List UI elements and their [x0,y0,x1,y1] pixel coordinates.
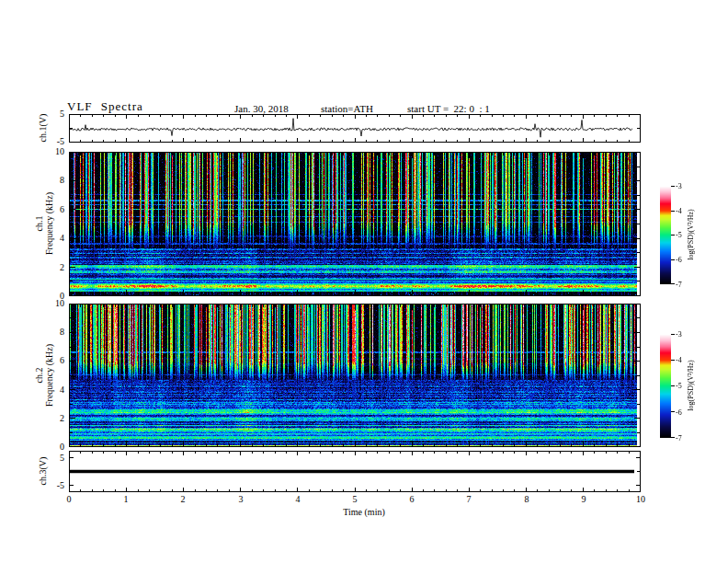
ch3-waveform-canvas [69,451,641,492]
ch2-spectrogram-canvas [69,304,641,447]
spec1-ytick: 8 [45,175,64,186]
colorbar-tick-label: -6 [676,256,682,264]
figure-station: station=ATH [321,103,373,114]
ch3-wave-ytick-min: -5 [51,480,64,491]
x-tick-label: 2 [174,494,192,505]
ch1-spec-ylabel-channel: ch.1 [34,192,44,255]
figure-title: VLF Spectra [67,101,143,112]
x-axis-title: Time (min) [309,507,419,517]
x-tick-label: 6 [403,494,421,505]
spec2-ytick: 2 [45,413,64,424]
ch1-spec-ylabel-axis: Frequency (kHz) [44,192,54,255]
colorbar-tick-label: -7 [676,281,682,289]
colorbar-tick-label: -3 [676,330,682,339]
ch1-spectrogram-canvas [69,152,641,296]
ch3-wave-ytick-max: 5 [51,453,64,464]
colorbar-tick-label: -3 [676,182,682,190]
ch2-spec-ylabel-axis: Frequency (kHz) [44,344,54,407]
ch2-spec-ylabel-channel: ch.2 [34,344,44,407]
colorbar-tick-label: -4 [676,356,682,364]
x-tick-label: 7 [460,494,478,505]
x-tick-label: 4 [289,494,307,505]
x-tick-label: 1 [117,494,135,505]
vlf-spectra-figure: VLF Spectra Jan. 30, 2018 station=ATH st… [0,0,728,563]
colorbar-tick-label: -7 [676,434,682,442]
spec1-ytick: 10 [45,146,64,157]
spec1-ytick: 2 [45,262,64,273]
spec2-ytick: 0 [45,442,64,453]
x-tick-label: 9 [574,494,593,505]
colorbar-tick-label: -5 [676,382,682,390]
ch1-waveform-canvas [69,114,641,143]
colorbar-tick-label: -4 [676,207,682,215]
ch1-wave-ytick-max: 5 [51,109,64,120]
colorbar-tick-label: -6 [676,408,682,417]
spec2-ytick: 8 [45,327,64,338]
x-tick-label: 8 [518,494,536,505]
x-tick-label: 3 [232,494,250,505]
spec2-ytick: 10 [45,298,64,309]
x-tick-label: 0 [60,494,78,505]
x-tick-label: 10 [631,494,650,505]
figure-start-ut: start UT = 22: 0 : 1 [407,103,490,114]
figure-date: Jan. 30, 2018 [234,103,289,114]
colorbar-tick-label: -5 [676,231,682,239]
x-tick-label: 5 [346,494,364,505]
